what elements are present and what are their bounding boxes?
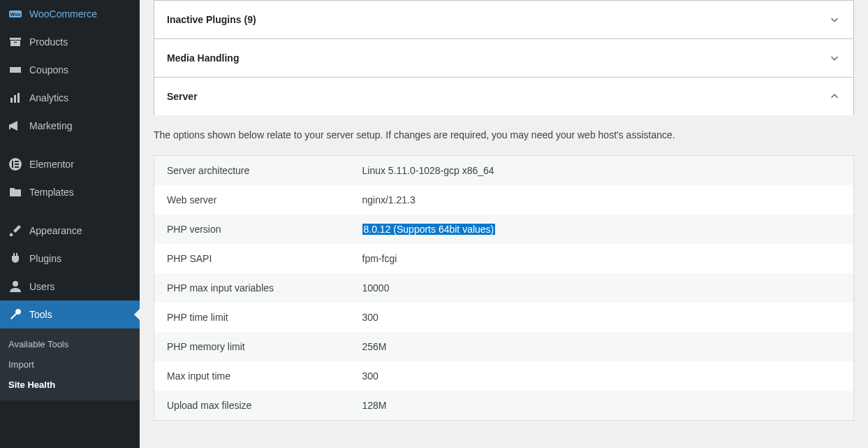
accordion-header-server[interactable]: Server (154, 78, 853, 115)
table-row: PHP time limit 300 (154, 303, 854, 332)
svg-rect-2 (10, 38, 21, 40)
table-row: Web server nginx/1.21.3 (154, 185, 854, 215)
sidebar-item-label: Elementor (29, 159, 74, 170)
svg-rect-6 (14, 95, 16, 103)
sidebar-item-products[interactable]: Products (0, 28, 140, 56)
sidebar-item-appearance[interactable]: Appearance (0, 217, 140, 245)
sidebar-item-marketing[interactable]: Marketing (0, 112, 140, 140)
table-row: PHP max input variables 10000 (154, 273, 854, 303)
server-description: The options shown below relate to your s… (154, 128, 854, 143)
sidebar-item-label: Tools (29, 309, 52, 320)
sidebar-item-label: Appearance (29, 225, 82, 236)
row-label: PHP SAPI (154, 244, 350, 273)
sidebar-item-plugins[interactable]: Plugins (0, 245, 140, 273)
table-row: Upload max filesize 128M (154, 391, 854, 421)
row-value: 10000 (350, 273, 854, 303)
submenu-item-site-health[interactable]: Site Health (0, 375, 140, 395)
megaphone-icon (8, 119, 22, 133)
highlighted-text: 8.0.12 (Supports 64bit values) (362, 224, 496, 235)
table-row: PHP memory limit 256M (154, 332, 854, 361)
row-label: PHP version (154, 215, 350, 244)
sidebar-item-coupons[interactable]: Coupons (0, 56, 140, 84)
accordion-title: Server (167, 91, 198, 102)
row-label: PHP max input variables (154, 273, 350, 303)
sidebar-item-elementor[interactable]: Elementor (0, 150, 140, 178)
sidebar-item-users[interactable]: Users (0, 273, 140, 301)
svg-rect-11 (15, 164, 19, 165)
row-value: 8.0.12 (Supports 64bit values) (350, 215, 854, 244)
svg-rect-7 (17, 93, 20, 103)
accordion-title: Media Handling (167, 52, 239, 64)
accordion-header-media-handling[interactable]: Media Handling (154, 39, 853, 77)
row-label: Max input time (154, 361, 350, 391)
row-label: Upload max filesize (154, 391, 350, 421)
sidebar-item-label: Marketing (29, 120, 72, 131)
accordion-inactive-plugins: Inactive Plugins (9) (154, 0, 854, 39)
svg-text:Woo: Woo (10, 12, 20, 17)
sidebar-item-label: Templates (29, 187, 74, 198)
svg-point-13 (13, 281, 18, 287)
svg-rect-9 (12, 161, 13, 168)
archive-icon (8, 35, 22, 49)
svg-rect-5 (10, 98, 13, 103)
sidebar-item-tools[interactable]: Tools (0, 301, 140, 328)
sidebar-item-label: Plugins (29, 253, 61, 264)
ticket-icon (8, 63, 22, 77)
tools-submenu: Available Tools Import Site Health (0, 328, 140, 400)
chevron-down-icon (828, 13, 841, 26)
accordion-server: Server (154, 78, 854, 115)
svg-rect-12 (15, 166, 19, 168)
submenu-item-available-tools[interactable]: Available Tools (0, 334, 140, 354)
accordion-title: Inactive Plugins (9) (167, 14, 256, 25)
row-value: 300 (350, 303, 854, 332)
submenu-item-import[interactable]: Import (0, 354, 140, 375)
svg-rect-10 (15, 161, 19, 162)
row-label: Web server (154, 185, 350, 215)
sidebar-item-woocommerce[interactable]: Woo WooCommerce (0, 0, 140, 28)
admin-sidebar: Woo WooCommerce Products Coupons Analyti… (0, 0, 140, 448)
server-info-table: Server architecture Linux 5.11.0-1028-gc… (154, 155, 854, 421)
row-value: nginx/1.21.3 (350, 185, 854, 215)
row-value: 128M (350, 391, 854, 421)
chevron-up-icon (828, 90, 841, 103)
svg-rect-3 (10, 41, 20, 46)
plug-icon (8, 252, 22, 266)
wrench-icon (8, 308, 22, 321)
sidebar-item-analytics[interactable]: Analytics (0, 84, 140, 112)
table-row: PHP SAPI fpm-fcgi (154, 244, 854, 273)
brush-icon (8, 224, 22, 238)
elementor-icon (8, 157, 22, 171)
accordion-header-inactive-plugins[interactable]: Inactive Plugins (9) (154, 1, 853, 38)
sidebar-item-label: Coupons (29, 64, 68, 75)
row-label: PHP time limit (154, 303, 350, 332)
accordion-media-handling: Media Handling (154, 39, 854, 78)
sidebar-item-label: Users (29, 281, 55, 292)
chevron-down-icon (828, 52, 841, 64)
row-value: fpm-fcgi (350, 244, 854, 273)
svg-rect-4 (14, 42, 17, 43)
row-value: 256M (350, 332, 854, 361)
chart-bar-icon (8, 91, 22, 105)
row-value: 300 (350, 361, 854, 391)
woocommerce-icon: Woo (8, 7, 22, 21)
sidebar-item-label: Products (29, 36, 68, 48)
table-row: PHP version 8.0.12 (Supports 64bit value… (154, 215, 854, 244)
sidebar-item-label: Analytics (29, 92, 68, 103)
sidebar-item-label: WooCommerce (29, 8, 97, 20)
table-row: Max input time 300 (154, 361, 854, 391)
sidebar-item-templates[interactable]: Templates (0, 178, 140, 206)
folder-icon (8, 185, 22, 199)
row-label: Server architecture (154, 156, 350, 186)
main-content: Inactive Plugins (9) Media Handling Serv… (140, 0, 868, 448)
row-value: Linux 5.11.0-1028-gcp x86_64 (350, 156, 854, 186)
table-row: Server architecture Linux 5.11.0-1028-gc… (154, 156, 854, 186)
row-label: PHP memory limit (154, 332, 350, 361)
user-icon (8, 280, 22, 294)
